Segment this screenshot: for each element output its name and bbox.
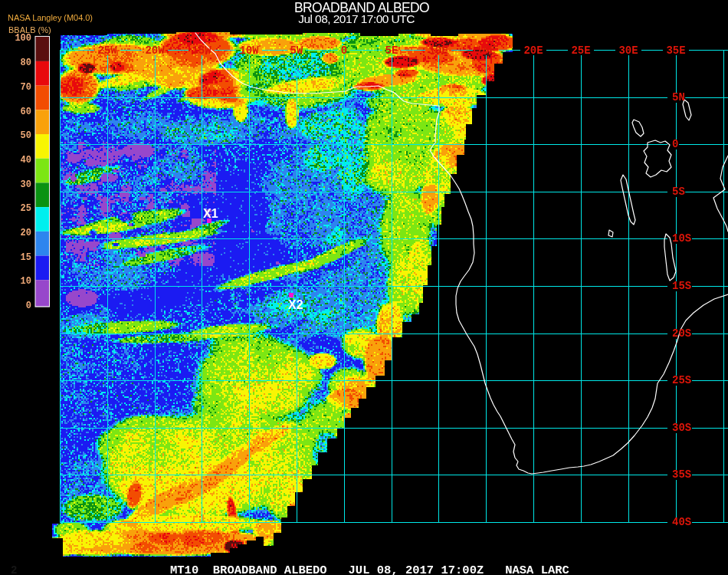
svg-text:60: 60	[21, 107, 31, 117]
svg-text:15W: 15W	[192, 44, 212, 57]
svg-text:X2: X2	[288, 298, 303, 311]
svg-text:0: 0	[341, 44, 347, 57]
svg-text:20S: 20S	[672, 327, 691, 340]
svg-text:25E: 25E	[571, 44, 590, 57]
svg-text:10W: 10W	[239, 44, 259, 57]
svg-text:0: 0	[26, 301, 31, 311]
svg-text:30S: 30S	[672, 422, 691, 434]
svg-text:20E: 20E	[523, 44, 543, 57]
svg-text:100: 100	[15, 33, 31, 44]
svg-text:MT10 BROADBAND ALBEDO JUL 0: MT10 BROADBAND ALBEDO JUL 08, 2017 17:00…	[170, 564, 569, 575]
svg-text:40S: 40S	[672, 516, 691, 528]
svg-text:35S: 35S	[672, 468, 691, 481]
svg-text:Jul 08, 2017 17:00 UTC: Jul 08, 2017 17:00 UTC	[298, 12, 415, 25]
svg-text:25: 25	[21, 203, 31, 214]
svg-text:10E: 10E	[428, 44, 448, 57]
svg-text:X1: X1	[203, 207, 218, 220]
svg-text:10: 10	[21, 276, 31, 287]
svg-text:0: 0	[672, 138, 678, 150]
svg-text:5W: 5W	[290, 44, 303, 57]
svg-text:5E: 5E	[385, 44, 398, 57]
svg-text:BBALB (%): BBALB (%)	[8, 25, 51, 34]
svg-text:20W: 20W	[145, 44, 165, 57]
svg-text:25W: 25W	[97, 44, 117, 57]
svg-text:25S: 25S	[672, 374, 691, 386]
svg-text:35E: 35E	[666, 44, 685, 57]
svg-text:30E: 30E	[618, 44, 638, 57]
svg-text:50: 50	[21, 130, 31, 141]
svg-text:40: 40	[21, 155, 31, 166]
svg-text:80: 80	[21, 58, 31, 68]
svg-text:15: 15	[21, 252, 31, 263]
svg-text:15E: 15E	[476, 44, 495, 57]
svg-text:30: 30	[21, 179, 31, 190]
svg-text:2: 2	[11, 564, 17, 575]
svg-text:20: 20	[21, 228, 31, 238]
svg-text:5S: 5S	[672, 186, 685, 198]
svg-text:70: 70	[21, 82, 31, 93]
svg-text:NASA Langley (M04.0): NASA Langley (M04.0)	[8, 13, 93, 22]
svg-text:10S: 10S	[672, 232, 691, 245]
svg-text:15S: 15S	[672, 280, 691, 292]
svg-text:5N: 5N	[672, 91, 685, 104]
